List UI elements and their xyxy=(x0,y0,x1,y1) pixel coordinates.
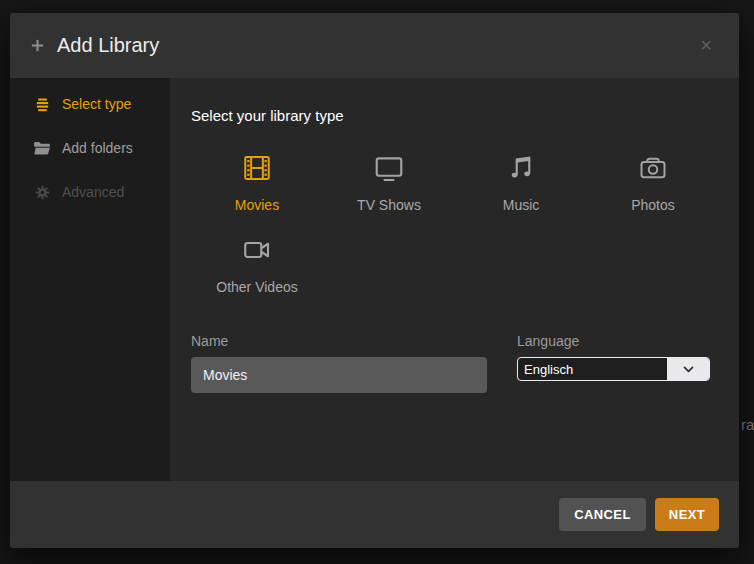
folder-icon xyxy=(33,140,51,156)
wizard-content: Select your library type Movies TV Shows xyxy=(170,78,739,481)
film-icon xyxy=(241,152,273,184)
content-heading: Select your library type xyxy=(191,107,739,124)
type-label: TV Shows xyxy=(357,197,421,213)
camera-icon xyxy=(637,152,669,184)
type-tile-movies[interactable]: Movies xyxy=(191,152,323,213)
next-button[interactable]: NEXT xyxy=(655,498,719,531)
video-camera-icon xyxy=(240,234,274,266)
type-label: Other Videos xyxy=(216,279,297,295)
gear-icon xyxy=(33,184,51,201)
dialog-footer: CANCEL NEXT xyxy=(10,481,739,548)
add-library-dialog: Add Library ✕ Select type Add folders xyxy=(10,13,739,548)
music-note-icon xyxy=(506,152,536,184)
type-tile-photos[interactable]: Photos xyxy=(587,152,719,213)
close-icon[interactable]: ✕ xyxy=(696,34,717,58)
sidebar-item-advanced[interactable]: Advanced xyxy=(10,170,170,214)
type-tile-tv-shows[interactable]: TV Shows xyxy=(323,152,455,213)
sidebar-item-add-folders[interactable]: Add folders xyxy=(10,126,170,170)
language-select[interactable]: Englisch xyxy=(517,357,710,381)
type-label: Movies xyxy=(235,197,279,213)
name-label: Name xyxy=(191,333,487,349)
background-partial-text: ra xyxy=(741,416,754,433)
cancel-button[interactable]: CANCEL xyxy=(559,498,646,531)
language-label: Language xyxy=(517,333,710,349)
sidebar-item-select-type[interactable]: Select type xyxy=(10,82,170,126)
type-label: Photos xyxy=(631,197,675,213)
fields-row: Name Language Englisch xyxy=(191,333,739,393)
tv-icon xyxy=(372,152,406,184)
dialog-header: Add Library ✕ xyxy=(10,13,739,78)
list-icon xyxy=(33,96,51,113)
name-field-group: Name xyxy=(191,333,487,393)
type-tile-music[interactable]: Music xyxy=(455,152,587,213)
plus-icon xyxy=(30,38,45,53)
type-tile-other-videos[interactable]: Other Videos xyxy=(191,234,323,295)
sidebar-item-label: Select type xyxy=(62,96,131,112)
sidebar-item-label: Add folders xyxy=(62,140,133,156)
dialog-title: Add Library xyxy=(57,34,159,57)
library-name-input[interactable] xyxy=(191,357,487,393)
dialog-body: Select type Add folders Advanced Select … xyxy=(10,78,739,481)
library-type-grid: Movies TV Shows Music xyxy=(191,152,719,316)
language-field-group: Language Englisch xyxy=(517,333,710,393)
type-label: Music xyxy=(503,197,540,213)
sidebar-item-label: Advanced xyxy=(62,184,124,200)
wizard-sidebar: Select type Add folders Advanced xyxy=(10,78,170,481)
